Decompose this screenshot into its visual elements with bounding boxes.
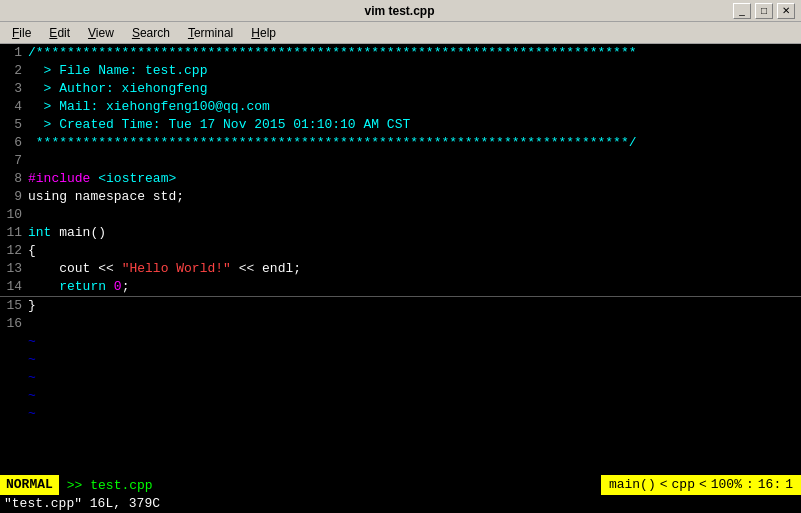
statusbar-container: NORMAL >> test.cpp main() < cpp < 100% :… [0, 475, 801, 513]
minimize-button[interactable]: _ [733, 3, 751, 19]
tilde-content-3: ~ [28, 369, 801, 387]
line-content-3: > Author: xiehongfeng [28, 80, 801, 98]
close-button[interactable]: ✕ [777, 3, 795, 19]
window-controls: _ □ ✕ [733, 3, 795, 19]
line-num-15: 15 [0, 297, 28, 315]
line-13: 13 cout << "Hello World!" << endl; [0, 260, 801, 278]
line-7: 7 [0, 152, 801, 170]
line-num-5: 5 [0, 116, 28, 134]
line-num-2: 2 [0, 62, 28, 80]
line-num-12: 12 [0, 242, 28, 260]
titlebar: vim test.cpp _ □ ✕ [0, 0, 801, 22]
menu-file[interactable]: File [4, 24, 39, 42]
status-line: 16: [758, 475, 781, 495]
tilde-content-1: ~ [28, 333, 801, 351]
status-arrows: >> [67, 478, 83, 493]
tilde-line-1: ~ [0, 333, 801, 351]
status-col: 1 [785, 475, 793, 495]
editor[interactable]: 1 /*************************************… [0, 44, 801, 513]
line-5: 5 > Created Time: Tue 17 Nov 2015 01:10:… [0, 116, 801, 134]
line-3: 3 > Author: xiehongfeng [0, 80, 801, 98]
status-lt2: < [699, 475, 707, 495]
line-num-7: 7 [0, 152, 28, 170]
line-content-4: > Mail: xiehongfeng100@qq.com [28, 98, 801, 116]
line-content-9: using namespace std; [28, 188, 801, 206]
menu-help[interactable]: Help [243, 24, 284, 42]
menu-search[interactable]: Search [124, 24, 178, 42]
line-content-6: ****************************************… [28, 134, 801, 152]
line-content-15: } [28, 297, 801, 315]
line-content-5: > Created Time: Tue 17 Nov 2015 01:10:10… [28, 116, 801, 134]
line-14: 14 return 0; [0, 278, 801, 296]
tilde-content-4: ~ [28, 387, 801, 405]
menu-terminal[interactable]: Terminal [180, 24, 241, 42]
tilde-line-5: ~ [0, 405, 801, 423]
tilde-content-2: ~ [28, 351, 801, 369]
tilde-line-4: ~ [0, 387, 801, 405]
status-function: main() [609, 475, 656, 495]
line-16: 16 [0, 315, 801, 333]
status-lt: < [660, 475, 668, 495]
line-content-16 [28, 315, 801, 333]
menubar: File Edit View Search Terminal Help [0, 22, 801, 44]
line-content-2: > File Name: test.cpp [28, 62, 801, 80]
line-content-13: cout << "Hello World!" << endl; [28, 260, 801, 278]
tilde-content-5: ~ [28, 405, 801, 423]
line-num-8: 8 [0, 170, 28, 188]
status-middle: >> test.cpp [59, 478, 601, 493]
window-title: vim test.cpp [66, 4, 733, 18]
line-num-3: 3 [0, 80, 28, 98]
line-num-13: 13 [0, 260, 28, 278]
line-content-14: return 0; [28, 278, 801, 296]
line-10: 10 [0, 206, 801, 224]
code-area: 1 /*************************************… [0, 44, 801, 475]
status-filename: test.cpp [90, 478, 152, 493]
menu-edit[interactable]: Edit [41, 24, 78, 42]
line-num-6: 6 [0, 134, 28, 152]
line-1: 1 /*************************************… [0, 44, 801, 62]
line-num-11: 11 [0, 224, 28, 242]
cmdline-text: "test.cpp" 16L, 379C [4, 496, 160, 511]
line-num-1: 1 [0, 44, 28, 62]
line-2: 2 > File Name: test.cpp [0, 62, 801, 80]
line-num-16: 16 [0, 315, 28, 333]
tilde-line-2: ~ [0, 351, 801, 369]
menu-view[interactable]: View [80, 24, 122, 42]
line-num-9: 9 [0, 188, 28, 206]
line-content-10 [28, 206, 801, 224]
line-12: 12 { [0, 242, 801, 260]
line-4: 4 > Mail: xiehongfeng100@qq.com [0, 98, 801, 116]
line-content-12: { [28, 242, 801, 260]
status-right: main() < cpp < 100% : 16: 1 [601, 475, 801, 495]
line-8: 8 #include <iostream> [0, 170, 801, 188]
line-9: 9 using namespace std; [0, 188, 801, 206]
line-content-11: int main() [28, 224, 801, 242]
cmdline: "test.cpp" 16L, 379C [0, 495, 801, 513]
line-content-8: #include <iostream> [28, 170, 801, 188]
line-6: 6 **************************************… [0, 134, 801, 152]
status-percent: 100% [711, 475, 742, 495]
tilde-line-3: ~ [0, 369, 801, 387]
line-num-14: 14 [0, 278, 28, 296]
statusbar: NORMAL >> test.cpp main() < cpp < 100% :… [0, 475, 801, 495]
line-num-10: 10 [0, 206, 28, 224]
status-colon: : [746, 475, 754, 495]
line-11: 11 int main() [0, 224, 801, 242]
maximize-button[interactable]: □ [755, 3, 773, 19]
line-15: 15 } [0, 296, 801, 315]
status-lang: cpp [672, 475, 695, 495]
line-num-4: 4 [0, 98, 28, 116]
line-content-1: /***************************************… [28, 44, 801, 62]
mode-badge: NORMAL [0, 475, 59, 495]
line-content-7 [28, 152, 801, 170]
